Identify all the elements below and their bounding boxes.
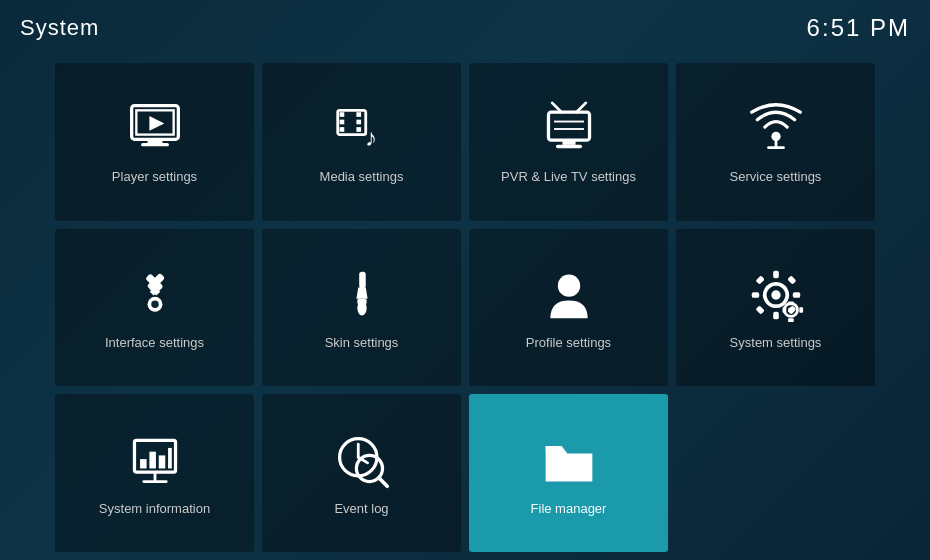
svg-rect-11 [356, 127, 361, 132]
header: System 6:51 PM [0, 0, 930, 55]
svg-rect-53 [168, 448, 172, 469]
svg-rect-47 [782, 307, 786, 313]
svg-rect-4 [141, 143, 169, 146]
service-icon [746, 99, 806, 159]
tile-event-log[interactable]: Event log [262, 394, 461, 552]
svg-rect-13 [548, 113, 589, 141]
svg-rect-46 [788, 318, 794, 322]
event-log-label: Event log [334, 501, 388, 516]
interface-icon [125, 265, 185, 325]
svg-line-60 [378, 477, 386, 485]
tile-profile-settings[interactable]: Profile settings [469, 229, 668, 387]
player-settings-label: Player settings [112, 169, 197, 184]
svg-rect-17 [555, 145, 581, 148]
player-icon [125, 99, 185, 159]
svg-rect-37 [751, 292, 758, 298]
settings-grid: Player settings ♪ Media settings [0, 55, 930, 560]
tile-player-settings[interactable]: Player settings [55, 63, 254, 221]
svg-rect-16 [562, 141, 575, 146]
svg-rect-9 [356, 113, 361, 118]
system-information-label: System information [99, 501, 210, 516]
svg-rect-39 [755, 275, 764, 284]
system-settings-label: System settings [730, 335, 822, 350]
pvr-settings-label: PVR & Live TV settings [501, 169, 636, 184]
media-icon: ♪ [332, 99, 392, 159]
system-icon [746, 265, 806, 325]
svg-rect-40 [787, 275, 796, 284]
svg-text:♪: ♪ [364, 124, 376, 151]
clock: 6:51 PM [807, 14, 910, 42]
svg-rect-10 [356, 120, 361, 125]
svg-rect-29 [359, 272, 366, 289]
tile-system-information[interactable]: System information [55, 394, 254, 552]
svg-rect-3 [147, 140, 162, 144]
svg-rect-8 [339, 127, 344, 132]
tile-pvr-settings[interactable]: PVR & Live TV settings [469, 63, 668, 221]
eventlog-icon [332, 431, 392, 491]
tile-empty [676, 394, 875, 552]
tile-skin-settings[interactable]: Skin settings [262, 229, 461, 387]
sysinfo-icon [125, 431, 185, 491]
svg-rect-50 [140, 459, 147, 468]
tile-interface-settings[interactable]: Interface settings [55, 229, 254, 387]
tile-service-settings[interactable]: Service settings [676, 63, 875, 221]
pvr-icon [539, 99, 599, 159]
tile-file-manager[interactable]: File manager [469, 394, 668, 552]
interface-settings-label: Interface settings [105, 335, 204, 350]
skin-settings-label: Skin settings [325, 335, 399, 350]
svg-rect-51 [149, 451, 156, 468]
media-settings-label: Media settings [320, 169, 404, 184]
svg-marker-30 [356, 288, 367, 299]
svg-rect-41 [755, 305, 764, 314]
svg-rect-35 [773, 271, 779, 278]
svg-rect-52 [158, 455, 165, 468]
svg-rect-48 [799, 307, 803, 313]
svg-rect-45 [788, 302, 794, 306]
service-settings-label: Service settings [730, 169, 822, 184]
tile-system-settings[interactable]: System settings [676, 229, 875, 387]
svg-point-32 [357, 301, 366, 316]
svg-marker-2 [149, 116, 164, 131]
svg-point-44 [788, 307, 794, 313]
svg-rect-7 [339, 120, 344, 125]
svg-point-28 [151, 301, 158, 308]
app-title: System [20, 15, 99, 41]
svg-rect-6 [339, 113, 344, 118]
svg-point-33 [557, 274, 579, 296]
profile-icon [539, 265, 599, 325]
svg-rect-36 [773, 312, 779, 319]
skin-icon [332, 265, 392, 325]
svg-point-34 [771, 290, 780, 299]
filemanager-icon [539, 431, 599, 491]
svg-rect-38 [792, 292, 799, 298]
profile-settings-label: Profile settings [526, 335, 611, 350]
tile-media-settings[interactable]: ♪ Media settings [262, 63, 461, 221]
file-manager-label: File manager [531, 501, 607, 516]
